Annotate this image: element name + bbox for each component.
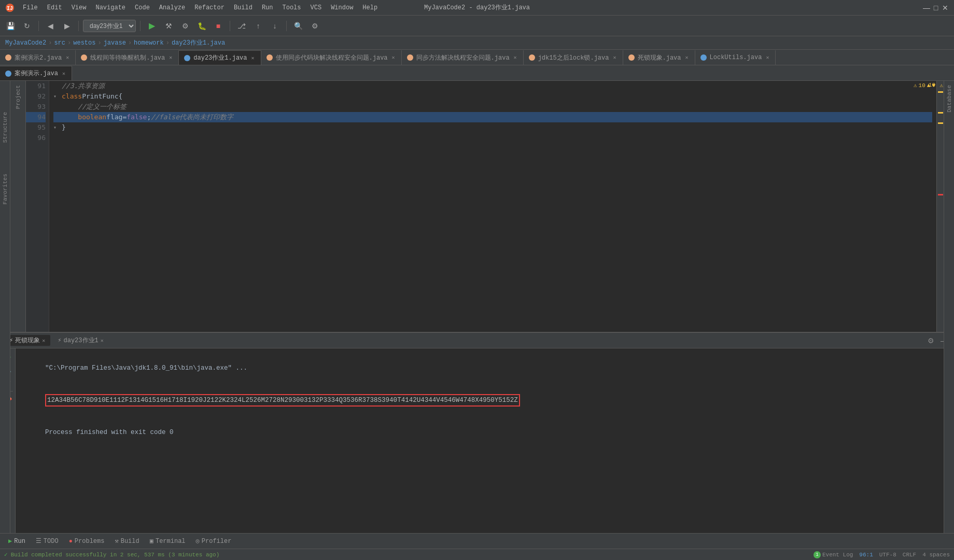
back-button[interactable]: ◀ [43, 19, 58, 33]
breadcrumb-src[interactable]: src [54, 39, 65, 47]
search-button[interactable]: 🔍 [291, 19, 305, 33]
encoding[interactable]: UTF-8 [879, 552, 896, 558]
breadcrumb-project[interactable]: MyJavaCode2 [5, 39, 46, 47]
menu-analyze[interactable]: Analyze [155, 3, 189, 12]
forward-button[interactable]: ▶ [60, 19, 74, 33]
menu-navigate[interactable]: Navigate [91, 3, 130, 12]
structure-label[interactable]: Structure [2, 112, 8, 143]
line-num-96: 96 [26, 133, 46, 143]
bottom-panel: ⚡ 死锁现象 ✕ ⚡ day23作业1 ✕ ⚙ — ▶ 🔧 ⟳ 📌 ↓ 🗑 🖨 … [0, 332, 954, 560]
tab-close-线程[interactable]: ✕ [168, 54, 173, 61]
settings-button[interactable]: ⚙ [307, 19, 322, 33]
menu-window[interactable]: Window [327, 3, 357, 12]
debug-button[interactable]: 🐛 [194, 19, 209, 33]
code-line-92: ▾ class PrintFunc{ [53, 91, 932, 102]
close-run-tab-死锁[interactable]: ✕ [42, 338, 45, 344]
code-line-91: //3.共享资源 [53, 81, 932, 91]
tab-day23[interactable]: day23作业1.java ✕ [179, 50, 261, 65]
tab-lockutils[interactable]: LockUtils.java ✕ [695, 50, 776, 65]
database-label[interactable]: Database [946, 85, 952, 113]
build-button[interactable]: ⚒ [161, 19, 176, 33]
breadcrumb-westos[interactable]: westos [73, 39, 95, 47]
menu-file[interactable]: File [19, 3, 42, 12]
tab-close-案例演示2[interactable]: ✕ [65, 54, 70, 61]
tab-同步代码块[interactable]: 使用同步代码块解决线程安全问题.java ✕ [261, 50, 402, 65]
menu-code[interactable]: Code [131, 3, 154, 12]
project-icon[interactable]: Project [14, 84, 22, 110]
warning-area: ⚠ [939, 82, 943, 89]
run-with-coverage-button[interactable]: ⚙ [178, 19, 192, 33]
console-line-2: 12A34B56C78D910E1112F1314G1516H1718I1920… [22, 384, 948, 417]
stop-button[interactable]: ■ [211, 19, 226, 33]
line-num-93: 93 [26, 102, 46, 112]
line-separator[interactable]: CRLF [903, 552, 916, 558]
vcs-button[interactable]: ↑ [251, 19, 265, 33]
java-file-icon-6 [628, 54, 635, 61]
svg-text:IJ: IJ [7, 6, 13, 11]
status-check-icon: ✓ [4, 551, 8, 558]
run-tool-button[interactable]: ▶ Run [4, 536, 30, 546]
favorites-label[interactable]: Favorites [2, 174, 8, 204]
toolbar-sep-3 [140, 21, 141, 31]
statusbar-right: 1 Event Log 96:1 UTF-8 CRLF 4 spaces [813, 551, 950, 558]
run-button[interactable]: ▶ [145, 19, 159, 33]
tab-案例演示2[interactable]: 案例演示2.java ✕ [0, 50, 76, 65]
close-run-tab-day23[interactable]: ✕ [101, 338, 104, 344]
settings-run-button[interactable]: ⚙ [925, 335, 936, 346]
todo-tool-button[interactable]: ☰ TODO [32, 536, 63, 546]
problems-tool-button[interactable]: ● Problems [65, 537, 109, 546]
toolbar: 💾 ↻ ◀ ▶ day23作业1 ▶ ⚒ ⚙ 🐛 ■ ⎇ ↑ ↓ 🔍 ⚙ [0, 16, 954, 36]
tab-close-jdk15[interactable]: ✕ [612, 54, 617, 61]
menu-help[interactable]: Help [358, 3, 382, 12]
titlebar-menus: FileEditViewNavigateCodeAnalyzeRefactorB… [19, 3, 382, 12]
tab-close-案例演示[interactable]: ✕ [61, 71, 66, 77]
tab-close-同步[interactable]: ✕ [391, 54, 396, 61]
breadcrumb-homework[interactable]: homework [134, 39, 164, 47]
run-tabs-left: ⚡ 死锁现象 ✕ ⚡ day23作业1 ✕ [4, 335, 109, 346]
menu-refactor[interactable]: Refactor [190, 3, 229, 12]
terminal-tool-button[interactable]: ▣ Terminal [146, 536, 190, 546]
menu-build[interactable]: Build [230, 3, 257, 12]
output-highlighted: 12A34B56C78D910E1112F1314G1516H1718I1920… [45, 394, 520, 407]
build-tool-button[interactable]: ⚒ Build [110, 536, 143, 546]
event-log-button[interactable]: 1 Event Log [813, 551, 853, 558]
breadcrumb-javase[interactable]: javase [104, 39, 126, 47]
menu-tools[interactable]: Tools [278, 3, 305, 12]
line-numbers: 91 92 93 94 95 96 [26, 81, 49, 332]
tab-jdk15[interactable]: jdk15之后lock锁.java ✕ [524, 50, 623, 65]
run-tab-day23[interactable]: ⚡ day23作业1 ✕ [52, 335, 108, 346]
sync-button[interactable]: ↻ [20, 19, 34, 33]
spaces-indicator[interactable]: 4 spaces [922, 552, 950, 558]
tab-close-lockutils[interactable]: ✕ [765, 54, 770, 61]
breadcrumb-file[interactable]: day23作业1.java [172, 38, 225, 47]
menu-vcs[interactable]: VCS [306, 3, 326, 12]
tab-close-day23[interactable]: ✕ [250, 55, 256, 61]
run-tab-死锁[interactable]: ⚡ 死锁现象 ✕ [4, 335, 50, 346]
branch-selector[interactable]: day23作业1 [83, 20, 136, 32]
tab-案例演示[interactable]: 案例演示.java ✕ [0, 66, 72, 80]
menu-view[interactable]: View [67, 3, 91, 12]
tab-同步方法[interactable]: 同步方法解决线程安全问题.java ✕ [402, 50, 524, 65]
vcs-pull-button[interactable]: ↓ [268, 19, 282, 33]
save-all-button[interactable]: 💾 [3, 19, 18, 33]
code-editor[interactable]: //3.共享资源 ▾ class PrintFunc{ //定义一个标签 boo… [49, 81, 936, 332]
tab-死锁[interactable]: 死锁现象.java ✕ [623, 50, 695, 65]
minimize-button[interactable]: — [923, 4, 930, 11]
toolbar-sep-4 [230, 21, 230, 31]
far-left-sidebar: Structure Favorites [0, 81, 10, 533]
menu-run[interactable]: Run [258, 3, 277, 12]
code-line-96 [53, 133, 932, 143]
cursor-position[interactable]: 96:1 [859, 552, 873, 558]
close-button[interactable]: ✕ [942, 4, 949, 11]
menu-edit[interactable]: Edit [43, 3, 66, 12]
app-logo-icon: IJ [5, 3, 15, 12]
titlebar-controls: — □ ✕ [923, 4, 949, 11]
tab-线程间等待[interactable]: 线程间等待唤醒机制.java ✕ [76, 50, 179, 65]
gutter-mark-2 [938, 112, 943, 114]
toolbar-sep-5 [286, 21, 287, 31]
tab-close-同步方法[interactable]: ✕ [513, 54, 518, 61]
tab-close-死锁[interactable]: ✕ [684, 54, 690, 61]
git-button[interactable]: ⎇ [234, 19, 249, 33]
profiler-tool-button[interactable]: ◎ Profiler [192, 536, 236, 546]
maximize-button[interactable]: □ [932, 4, 939, 11]
